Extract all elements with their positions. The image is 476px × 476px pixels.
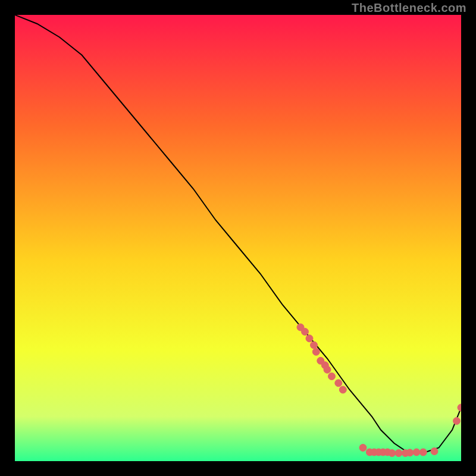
data-marker — [419, 449, 427, 456]
data-marker — [328, 373, 336, 380]
data-marker — [453, 418, 461, 425]
data-marker — [413, 449, 420, 456]
data-marker — [311, 342, 318, 349]
data-marker — [306, 335, 313, 342]
gradient-background — [15, 15, 461, 461]
data-marker — [302, 328, 309, 336]
data-marker — [312, 348, 320, 355]
data-marker — [431, 448, 438, 455]
data-marker — [389, 450, 396, 457]
data-marker — [335, 380, 342, 387]
data-marker — [324, 366, 331, 373]
data-marker — [406, 449, 414, 456]
data-marker — [339, 386, 346, 393]
watermark-text: TheBottleneck.com — [352, 1, 466, 15]
chart-plot — [15, 15, 461, 461]
data-marker — [395, 450, 402, 457]
chart-svg — [15, 15, 461, 461]
chart-frame: TheBottleneck.com — [0, 0, 476, 476]
data-marker — [359, 444, 367, 452]
